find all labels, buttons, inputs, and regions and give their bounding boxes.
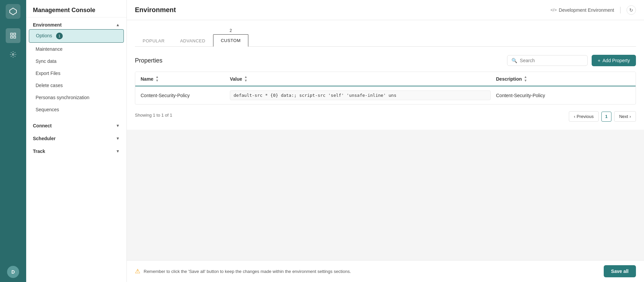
properties-header: Properties 🔍 + Add Property (135, 55, 636, 66)
table-row: Content-Security-Policy default-src * {0… (135, 86, 636, 104)
svg-rect-2 (14, 33, 16, 35)
sidebar-section-track: Track ▼ (26, 144, 127, 155)
sidebar-section-title-connect[interactable]: Connect ▼ (33, 123, 120, 128)
chevron-down-icon-track: ▼ (116, 149, 120, 154)
col-header-value[interactable]: Value ▲▼ (230, 75, 491, 82)
chevron-down-icon-connect: ▼ (116, 123, 120, 128)
table-header: Name ▲▼ Value ▲▼ Description (135, 72, 636, 86)
sort-icon-name: ▲▼ (155, 75, 159, 82)
env-label: </> Development Environment (550, 7, 614, 13)
previous-button[interactable]: ‹ Previous (569, 111, 599, 122)
svg-rect-4 (14, 36, 16, 38)
save-all-button[interactable]: Save all (604, 265, 636, 277)
search-box[interactable]: 🔍 (507, 55, 588, 66)
footer-warning: ⚠ Remember to click the 'Save all' butto… (135, 268, 351, 275)
refresh-button[interactable]: ↻ (627, 5, 636, 15)
tabs: POPULAR ADVANCED 2 CUSTOM (135, 28, 636, 47)
sidebar-section-connect: Connect ▼ (26, 118, 127, 130)
search-icon: 🔍 (511, 58, 517, 63)
sidebar: Management Console Environment ▲ Options… (26, 0, 127, 282)
footer-bar: ⚠ Remember to click the 'Save all' butto… (127, 260, 644, 282)
sidebar-section-title-scheduler[interactable]: Scheduler ▼ (33, 136, 120, 141)
sidebar-section-scheduler: Scheduler ▼ (26, 131, 127, 143)
sort-icon-description: ▲▼ (524, 75, 527, 82)
properties-table: Name ▲▼ Value ▲▼ Description (135, 72, 636, 105)
code-icon: </> (550, 7, 557, 12)
properties-controls: 🔍 + Add Property (507, 55, 636, 66)
sidebar-item-options[interactable]: Options 1 (29, 29, 124, 43)
topbar-divider (620, 7, 621, 13)
nav-icon-home[interactable] (6, 28, 20, 43)
col-header-name[interactable]: Name ▲▼ (141, 75, 225, 82)
icon-bar: D (0, 0, 26, 282)
sidebar-item-sequences[interactable]: Sequences (29, 104, 124, 115)
topbar: Environment </> Development Environment … (127, 0, 644, 20)
next-button[interactable]: Next › (614, 111, 636, 122)
sidebar-item-export-files[interactable]: Export Files (29, 68, 124, 79)
sort-icon-value: ▲▼ (244, 75, 248, 82)
chevron-up-icon: ▲ (116, 23, 120, 27)
page-title: Environment (135, 6, 176, 14)
sidebar-section-title-track[interactable]: Track ▼ (33, 149, 120, 154)
content-area: POPULAR ADVANCED 2 CUSTOM Properties 🔍 (127, 20, 644, 130)
topbar-right: </> Development Environment ↻ (550, 5, 636, 15)
tab-custom-badge: 2 (230, 28, 232, 33)
sidebar-header: Management Console (26, 0, 127, 17)
app-logo[interactable] (6, 4, 20, 19)
chevron-left-icon: ‹ (574, 114, 575, 119)
sidebar-item-personas-sync[interactable]: Personas synchronization (29, 92, 124, 103)
cell-description-0: Content-Security-Policy (496, 93, 630, 98)
svg-rect-1 (11, 33, 13, 35)
tab-wrapper-custom: 2 CUSTOM (213, 28, 248, 46)
main-content: Environment </> Development Environment … (127, 0, 644, 282)
user-avatar[interactable]: D (7, 266, 19, 278)
sidebar-item-maintenance[interactable]: Maintenance (29, 43, 124, 55)
add-property-button[interactable]: + Add Property (592, 55, 636, 66)
page-number-1[interactable]: 1 (601, 112, 611, 122)
tab-wrapper-advanced: ADVANCED (172, 35, 213, 46)
sidebar-section-title-environment[interactable]: Environment ▲ (33, 22, 120, 28)
sidebar-item-delete-cases[interactable]: Delete cases (29, 80, 124, 91)
nav-icon-settings[interactable] (6, 47, 20, 62)
chevron-down-icon-scheduler: ▼ (116, 136, 120, 141)
svg-rect-3 (11, 36, 13, 38)
sidebar-item-sync-data[interactable]: Sync data (29, 55, 124, 67)
search-input[interactable] (520, 58, 583, 63)
properties-title: Properties (135, 57, 162, 64)
tab-advanced[interactable]: ADVANCED (172, 35, 213, 47)
content-scroll: POPULAR ADVANCED 2 CUSTOM Properties 🔍 (127, 20, 644, 260)
plus-icon: + (598, 58, 600, 63)
sidebar-section-environment: Environment ▲ (26, 17, 127, 29)
cell-value-0[interactable]: default-src * {0} data:; script-src 'sel… (230, 90, 491, 100)
showing-text: Showing 1 to 1 of 1 (135, 113, 172, 118)
tab-custom[interactable]: CUSTOM (213, 34, 248, 47)
sidebar-item-badge-options: 1 (56, 33, 63, 39)
cell-name-0: Content-Security-Policy (141, 93, 225, 98)
tab-wrapper-popular: POPULAR (135, 35, 172, 46)
warning-icon: ⚠ (135, 268, 140, 275)
tab-popular[interactable]: POPULAR (135, 35, 172, 47)
icon-bar-bottom: D (7, 266, 19, 278)
svg-point-5 (12, 54, 14, 55)
pagination: ‹ Previous 1 Next › (569, 111, 636, 122)
col-header-description[interactable]: Description ▲▼ (496, 75, 630, 82)
chevron-right-icon: › (630, 114, 631, 119)
svg-marker-0 (10, 8, 16, 15)
